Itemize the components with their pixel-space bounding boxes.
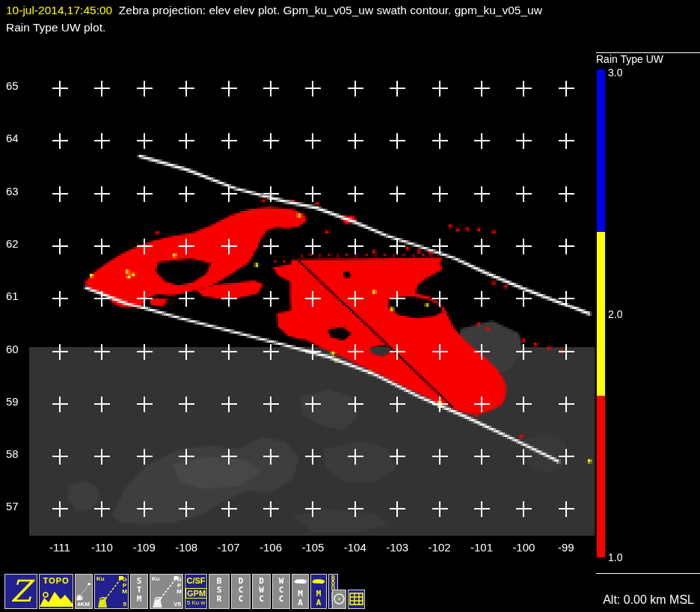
lon-label--100: -100 xyxy=(506,541,541,554)
toolbar-button-topo[interactable]: TOPO xyxy=(39,574,73,609)
colorbar-frame-line xyxy=(596,52,700,53)
lon-label--103: -103 xyxy=(380,541,414,554)
lat-label-62: 62 xyxy=(6,237,31,250)
sat-corner-label: Ku xyxy=(96,575,105,582)
toolbar-button-ku-gpm-v5[interactable]: KuG P MV5 xyxy=(150,574,183,609)
toolbar-button-zebra-logo[interactable]: Z xyxy=(4,574,37,609)
lat-label-64: 64 xyxy=(6,132,31,144)
toolbar-button-ir-4km[interactable]: IR 4KM xyxy=(75,574,93,609)
colorbar-segment-other-yellow xyxy=(597,232,605,396)
title-text: Zebra projection: elev elev plot. Gpm_ku… xyxy=(119,4,542,16)
lat-label-65: 65 xyxy=(6,79,31,92)
lat-label-61: 61 xyxy=(6,290,31,302)
lon-label--105: -105 xyxy=(295,541,330,554)
lon-label--110: -110 xyxy=(85,541,119,554)
sat-foot-label: 5 xyxy=(123,601,126,608)
toolbar-button-csf-gpm-5kuw[interactable]: C/SFGPM5 Ku w xyxy=(185,574,207,609)
zebra-app-window: { "title": { "timestamp": "10-jul-2014,1… xyxy=(0,0,700,612)
topo-label: TOPO xyxy=(40,576,73,586)
button-label: B S R xyxy=(209,577,229,604)
lon-label--111: -111 xyxy=(43,541,77,554)
toolbar-button-ku-gpm-5[interactable]: KuG P M5 xyxy=(94,574,129,609)
toolbar-button-map-navy[interactable]: M A P xyxy=(310,574,327,609)
colorbar-title: Rain Type UW xyxy=(596,53,663,65)
csf-label: C/SF xyxy=(185,576,206,586)
sat-foot-label: V5 xyxy=(174,601,181,608)
colorbar-tick-3.0: 3.0 xyxy=(608,67,622,79)
button-label: W C C xyxy=(273,577,289,604)
altitude-readout: Alt: 0.00 km MSL xyxy=(603,593,694,607)
us-map-icon xyxy=(293,576,308,587)
title-line-2: Rain Type UW plot. xyxy=(6,19,694,36)
button-label: M A P xyxy=(311,590,326,609)
timestamp: 10-jul-2014,17:45:00 xyxy=(6,4,112,16)
lat-label-59: 59 xyxy=(6,395,31,408)
sat-side-label: G P M xyxy=(122,577,127,595)
lat-label-57: 57 xyxy=(6,500,31,512)
button-label: D C C xyxy=(232,577,250,604)
lat-label-58: 58 xyxy=(6,447,31,460)
toolbar-button-stm[interactable]: S T M xyxy=(130,574,148,609)
lon-label--102: -102 xyxy=(423,541,457,554)
button-label: S T M xyxy=(131,577,147,604)
lon-label--107: -107 xyxy=(212,541,246,554)
button-label: D W C xyxy=(253,577,270,604)
colorbar-tick-2.0: 2.0 xyxy=(608,308,622,320)
title-bar: 10-jul-2014,17:45:00 Zebra projection: e… xyxy=(6,1,694,36)
toolbar-button-map-gray[interactable]: M A P xyxy=(292,574,309,609)
toolbar-button-dcc[interactable]: D C C xyxy=(231,574,251,609)
toolbar-button-recenter[interactable] xyxy=(332,590,346,609)
toolbar-button-dwc[interactable]: D W C xyxy=(252,574,271,609)
crosshair-circle-icon xyxy=(333,593,346,605)
lon-label--104: -104 xyxy=(338,541,372,554)
lat-label-63: 63 xyxy=(6,185,31,198)
gpm-label: GPM xyxy=(185,588,207,599)
sat-corner-label: Ku xyxy=(152,575,160,582)
colorbar-frame-line xyxy=(596,573,700,574)
colorbar-segment-stratiform-blue xyxy=(597,70,605,232)
toolbar-button-grid[interactable] xyxy=(348,590,365,609)
sat-foot-label: IR 4KM xyxy=(77,596,90,608)
lon-label--99: -99 xyxy=(549,541,583,554)
grid-table-icon xyxy=(349,593,363,605)
toolbar-button-bsr[interactable]: B S R xyxy=(209,574,230,609)
lon-label--109: -109 xyxy=(127,541,162,554)
toolbar-button-wcc[interactable]: W C C xyxy=(272,574,290,609)
lon-label--106: -106 xyxy=(254,541,288,554)
zebra-z-icon: Z xyxy=(5,575,37,608)
us-map-icon xyxy=(311,576,326,587)
colorbar-segment-convective-red xyxy=(597,396,605,557)
button-label: M A P xyxy=(292,590,308,609)
lon-label--101: -101 xyxy=(464,541,499,554)
variant-label: 5 Ku w xyxy=(185,599,206,606)
colorbar-tick-1.0: 1.0 xyxy=(608,551,622,563)
map-plot-canvas[interactable] xyxy=(0,0,700,612)
lat-label-60: 60 xyxy=(6,343,31,355)
lon-label--108: -108 xyxy=(169,541,203,554)
sat-side-label: G P M xyxy=(176,577,182,595)
mountains-icon xyxy=(40,586,73,607)
title-line-1: 10-jul-2014,17:45:00 Zebra projection: e… xyxy=(6,1,694,19)
